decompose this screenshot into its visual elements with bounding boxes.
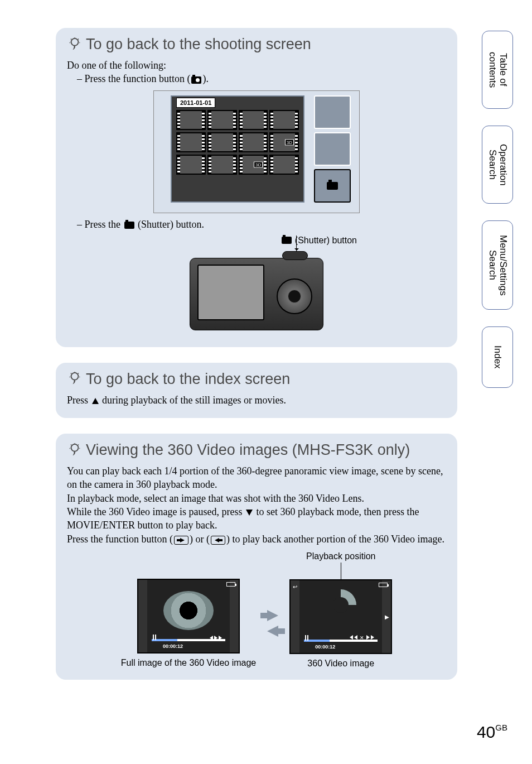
forward-icon [214,636,217,640]
index-screen-figure: 2011-01-01 3D 3D [153,90,360,213]
page-number-value: 40 [477,723,495,741]
timecode: 00:00:12 [163,643,183,649]
pause-icon [153,635,156,640]
screen-soft-button [314,95,351,129]
shutter-caption: (Shutter) button [295,236,357,246]
quarter-360-icon [325,589,356,621]
tip1-b2-pre: – Press the [77,219,123,230]
tip-section-index-screen: To go back to the index screen Press dur… [56,363,457,418]
tip1-b1-pre: – Press the function button ( [77,73,190,84]
tip1-bullet2: – Press the (Shutter) button. [77,218,446,231]
forward-icon [219,636,222,640]
camera-figure: (Shutter) button [145,236,368,331]
svg-point-2 [71,444,79,451]
tip-icon [67,37,83,52]
arrow-right-icon [174,536,188,545]
tip2-post: during playback of the still images or m… [100,395,286,406]
tip-title: To go back to the index screen [67,371,446,388]
camera-icon [282,237,292,244]
tip-section-360-video: Viewing the 360 Video images (MHS-FS3K o… [56,434,457,680]
thick-arrow-left-icon [267,626,278,637]
timecode: 00:00:12 [315,644,335,650]
pause-icon [305,635,308,641]
tip1-b1-post: ). [202,73,209,84]
full-360-column: 00:00:12 Full image of the 360 Video ima… [121,552,257,668]
battery-icon [379,583,388,587]
tip2-title-text: To go back to the index screen [86,371,290,388]
svg-point-0 [71,38,79,45]
tip-icon [67,443,83,458]
forward-icon [366,635,370,640]
tip3-title-text: Viewing the 360 Video images (MHS-FS3K o… [86,441,410,459]
tip2-body: Press during playback of the still image… [67,393,446,407]
svg-point-1 [71,373,79,380]
triangle-up-icon [92,398,99,404]
quarter-360-column: Playback position ↩ ▶ ✕ [289,551,392,669]
nav-tab-index[interactable]: Index [482,326,513,388]
rewind-icon [350,635,353,640]
tip1-b2-post: (Shutter) button. [136,219,205,230]
badge-3d: 3D [285,139,294,145]
tip3-p1: You can play back each 1/4 portion of th… [67,464,446,492]
thick-arrow-right-icon [267,610,278,621]
nav-tab-menu[interactable]: Menu/Settings Search [482,220,513,310]
caption-full-360: Full image of the 360 Video image [121,658,257,668]
p4c: ) to play back another portion of the 36… [226,534,444,545]
tip3-p4: Press the function button () or () to pl… [67,532,446,546]
screen-soft-button [314,132,351,166]
tip1-title-text: To go back to the shooting screen [86,36,311,53]
camera-icon [124,222,134,229]
date-label: 2011-01-01 [176,98,215,108]
donut-360-icon [163,591,214,630]
right-icon: ▶ [385,614,389,620]
playback-position-label: Playback position [306,551,376,561]
close-x-icon: ✕ [360,635,364,641]
nav-tab-operation[interactable]: Operation Search [482,126,513,204]
p4b: ) or ( [190,534,210,545]
tip1-intro: Do one of the following: [67,59,446,72]
rewind-icon [354,635,357,640]
forward-icon [371,635,374,640]
battery-icon [226,582,235,587]
shutter-button-label: (Shutter) button [145,236,368,246]
lcd-quarter-360: ↩ ▶ ✕ 00:00:12 [289,579,392,654]
tip3-p3: While the 360 Video image is paused, pre… [67,505,446,532]
tip3-p2: In playback mode, select an image that w… [67,492,446,505]
arrow-left-icon [211,536,225,545]
rewind-icon [210,636,213,640]
caption-quarter-360: 360 Video image [307,659,374,669]
tip-icon [67,371,83,387]
lcd-full-360: 00:00:12 [137,579,240,654]
badge-3d: 3D [254,161,263,167]
page-lang: GB [495,723,507,732]
page-number: 40GB [477,723,507,742]
arrow-column [267,583,278,637]
p3-pre: While the 360 Video image is paused, pre… [67,506,245,517]
tip2-pre: Press [67,395,91,406]
camera-icon [191,76,201,84]
triangle-down-icon [246,510,253,516]
screen-soft-button-camera [314,169,351,203]
camera-icon [327,182,338,190]
back-arrow-icon: ↩ [293,584,297,590]
tip-section-shooting-screen: To go back to the shooting screen Do one… [56,28,457,347]
tip-title: Viewing the 360 Video images (MHS-FS3K o… [67,441,446,459]
tip1-bullet1: – Press the function button (). [77,72,446,85]
p4a: Press the function button ( [67,534,173,545]
nav-tab-toc[interactable]: Table of contents [482,31,513,109]
tip-title: To go back to the shooting screen [67,36,446,53]
